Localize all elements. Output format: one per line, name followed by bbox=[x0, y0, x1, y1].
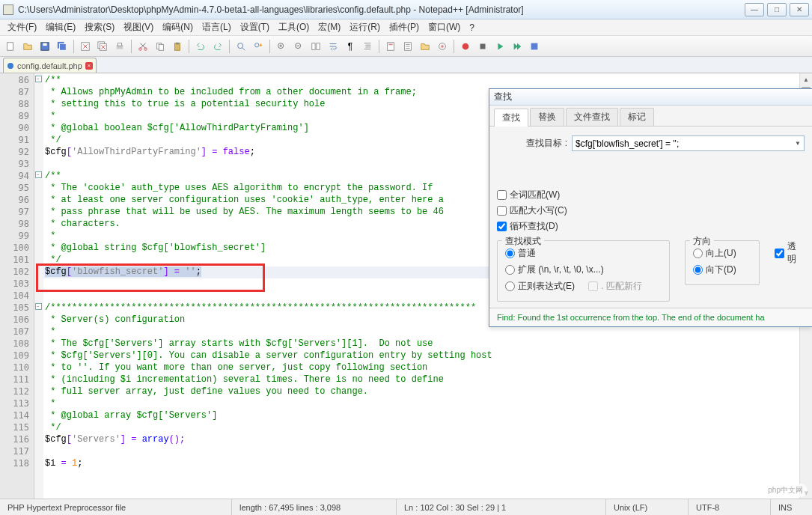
open-file-icon[interactable] bbox=[20, 39, 35, 54]
menu-tools[interactable]: 工具(O) bbox=[274, 19, 314, 35]
menu-plugins[interactable]: 插件(P) bbox=[385, 19, 424, 35]
toolbar-separator bbox=[269, 40, 270, 53]
save-macro-icon[interactable] bbox=[527, 39, 542, 54]
dropdown-icon[interactable]: ▼ bbox=[795, 140, 801, 147]
toolbar-separator bbox=[73, 40, 74, 53]
whole-word-checkbox[interactable]: 全词匹配(W) bbox=[497, 189, 805, 201]
fold-minus-icon[interactable] bbox=[35, 171, 42, 178]
status-line-ending: Unix (LF) bbox=[606, 499, 689, 515]
svg-rect-4 bbox=[60, 43, 67, 50]
paste-icon[interactable] bbox=[170, 39, 185, 54]
file-tab[interactable]: config.default.php × bbox=[3, 58, 97, 73]
undo-icon[interactable] bbox=[193, 39, 208, 54]
app-icon bbox=[3, 4, 13, 15]
toolbar-separator bbox=[229, 40, 230, 53]
mode-regex-radio[interactable]: 正则表达式(E) . 匹配新行 bbox=[505, 280, 662, 293]
maximize-button[interactable]: □ bbox=[767, 3, 787, 16]
menu-edit[interactable]: 编辑(E) bbox=[41, 19, 80, 35]
find-tab-find[interactable]: 查找 bbox=[494, 109, 528, 127]
menu-file[interactable]: 文件(F) bbox=[3, 19, 41, 35]
svg-rect-20 bbox=[312, 43, 315, 49]
direction-legend: 方向 bbox=[690, 235, 714, 248]
status-insert-mode: INS bbox=[771, 499, 799, 515]
close-file-icon[interactable] bbox=[78, 39, 93, 54]
scroll-up-icon[interactable]: ▲ bbox=[800, 73, 812, 85]
line-number-gutter: 8687888990919293949596979899100101102103… bbox=[0, 73, 34, 499]
svg-rect-15 bbox=[176, 42, 179, 44]
toolbar-separator bbox=[454, 40, 454, 53]
find-tab-mark[interactable]: 标记 bbox=[620, 108, 654, 126]
find-target-label: 查找目标 : bbox=[497, 137, 572, 150]
save-all-icon[interactable] bbox=[55, 39, 70, 54]
toolbar-separator bbox=[189, 40, 189, 53]
find-icon[interactable] bbox=[233, 39, 248, 54]
status-filetype: PHP Hypertext Preprocessor file bbox=[0, 499, 232, 515]
toolbar-separator bbox=[131, 40, 132, 53]
close-all-icon[interactable] bbox=[95, 39, 110, 54]
menu-run[interactable]: 运行(R) bbox=[345, 19, 385, 35]
status-bar: PHP Hypertext Preprocessor file length :… bbox=[0, 499, 812, 515]
mode-extended-radio[interactable]: 扩展 (\n, \r, \t, \0, \x...) bbox=[505, 263, 662, 276]
mode-normal-radio[interactable]: 普通 bbox=[505, 247, 662, 260]
indent-guide-icon[interactable] bbox=[360, 39, 375, 54]
menu-settings[interactable]: 设置(T) bbox=[236, 19, 274, 35]
find-target-input[interactable]: $cfg['blowfish_secret'] = ''; ▼ bbox=[572, 135, 805, 151]
file-modified-icon bbox=[7, 63, 13, 69]
show-symbols-icon[interactable]: ¶ bbox=[343, 39, 358, 54]
find-tab-replace[interactable]: 替换 bbox=[530, 108, 564, 126]
sync-scroll-icon[interactable] bbox=[308, 39, 323, 54]
zoom-in-icon[interactable] bbox=[274, 39, 289, 54]
doc-map-icon[interactable] bbox=[383, 39, 398, 54]
stop-macro-icon[interactable] bbox=[475, 39, 490, 54]
find-status-message: Find: Found the 1st occurrence from the … bbox=[489, 308, 812, 326]
direction-up-radio[interactable]: 向上(U) bbox=[693, 247, 751, 260]
svg-rect-29 bbox=[531, 43, 538, 49]
menu-window[interactable]: 窗口(W) bbox=[424, 19, 465, 35]
status-length: length : 67,495 lines : 3,098 bbox=[232, 499, 397, 515]
save-icon[interactable] bbox=[37, 39, 52, 54]
close-button[interactable]: ✕ bbox=[790, 3, 809, 16]
menu-search[interactable]: 搜索(S) bbox=[80, 19, 119, 35]
transparent-checkbox[interactable]: 透明 bbox=[775, 240, 805, 266]
file-tab-label: config.default.php bbox=[17, 61, 82, 70]
fold-minus-icon[interactable] bbox=[35, 303, 42, 310]
redo-icon[interactable] bbox=[210, 39, 225, 54]
find-tab-infiles[interactable]: 文件查找 bbox=[566, 108, 618, 126]
play-macro-icon[interactable] bbox=[492, 39, 507, 54]
wordwrap-icon[interactable] bbox=[326, 39, 341, 54]
close-tab-icon[interactable]: × bbox=[85, 62, 93, 70]
replace-icon[interactable] bbox=[251, 39, 266, 54]
play-multi-icon[interactable] bbox=[510, 39, 525, 54]
match-case-checkbox[interactable]: 匹配大小写(C) bbox=[497, 204, 805, 217]
cut-icon[interactable] bbox=[135, 39, 150, 54]
record-macro-icon[interactable] bbox=[458, 39, 473, 54]
svg-rect-28 bbox=[480, 43, 486, 49]
svg-rect-23 bbox=[388, 43, 392, 45]
find-dialog: 查找 查找 替换 文件查找 标记 查找目标 : $cfg['blowfish_s… bbox=[489, 88, 812, 327]
zoom-out-icon[interactable] bbox=[291, 39, 306, 54]
menu-view[interactable]: 视图(V) bbox=[119, 19, 158, 35]
wrap-around-checkbox[interactable]: 循环查找(D) bbox=[497, 220, 805, 233]
svg-point-16 bbox=[238, 43, 243, 48]
menu-help[interactable]: ? bbox=[465, 21, 479, 34]
svg-rect-9 bbox=[117, 43, 121, 46]
monitor-icon[interactable] bbox=[435, 39, 450, 54]
menu-language[interactable]: 语言(L) bbox=[198, 19, 236, 35]
direction-down-radio[interactable]: 向下(D) bbox=[693, 263, 751, 276]
watermark: php中文网 bbox=[763, 484, 808, 497]
svg-rect-21 bbox=[317, 43, 320, 49]
menu-bar: 文件(F) 编辑(E) 搜索(S) 视图(V) 编码(N) 语言(L) 设置(T… bbox=[0, 19, 812, 36]
func-list-icon[interactable] bbox=[400, 39, 415, 54]
menu-encoding[interactable]: 编码(N) bbox=[158, 19, 198, 35]
svg-rect-13 bbox=[159, 44, 163, 50]
search-mode-legend: 查找模式 bbox=[502, 235, 544, 248]
copy-icon[interactable] bbox=[153, 39, 168, 54]
menu-macro[interactable]: 宏(M) bbox=[314, 19, 345, 35]
minimize-button[interactable]: — bbox=[745, 3, 764, 16]
svg-rect-0 bbox=[7, 42, 13, 50]
fold-minus-icon[interactable] bbox=[35, 76, 42, 82]
status-position: Ln : 102 Col : 30 Sel : 29 | 1 bbox=[397, 499, 606, 515]
folder-icon[interactable] bbox=[418, 39, 433, 54]
print-icon[interactable] bbox=[112, 39, 127, 54]
new-file-icon[interactable] bbox=[3, 39, 18, 54]
